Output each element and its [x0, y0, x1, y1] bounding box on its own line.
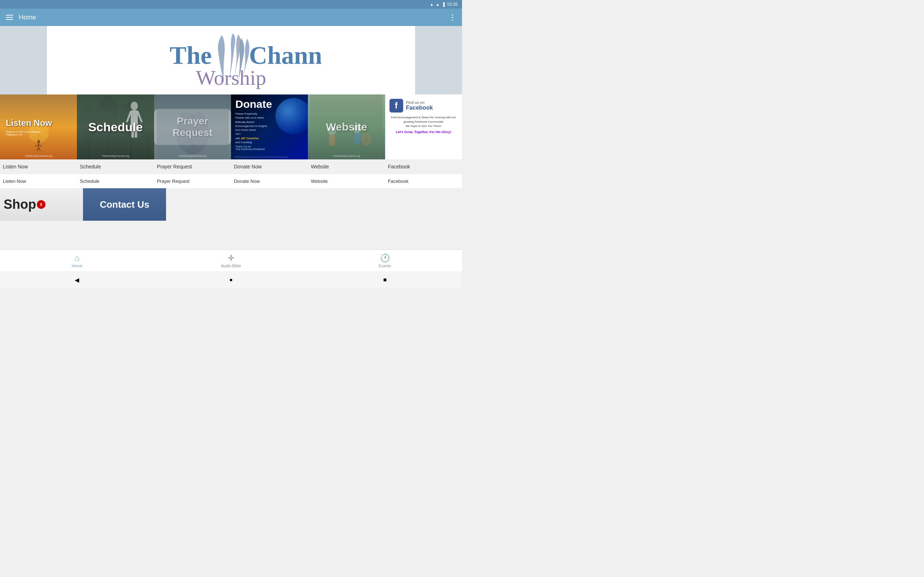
listen-now-reference: Philippians 4:4: [6, 134, 23, 136]
status-time: 10:26: [447, 2, 458, 7]
prayer-request-label: Prayer Request: [154, 160, 231, 174]
audio-bible-nav-icon: ✛: [228, 253, 234, 263]
wifi-icon: ▲: [430, 2, 433, 6]
svg-text:Channel: Channel: [249, 42, 321, 69]
donate-footer: TheWorshipChannel.org is a 501(c)(3) Non…: [234, 156, 288, 158]
facebook-desc: Find Encouragement & Share the Journey w…: [389, 115, 458, 128]
svg-rect-40: [354, 133, 360, 144]
back-button[interactable]: ◀: [73, 276, 81, 284]
donate-title: Donate: [235, 98, 272, 110]
card-listen-now[interactable]: Listen Now Rejoice in the Lord Always! P…: [0, 95, 77, 174]
svg-rect-42: [366, 129, 367, 141]
svg-text:The: The: [170, 42, 212, 69]
menu-button[interactable]: [6, 15, 13, 20]
banner-left: [0, 26, 47, 95]
svg-point-37: [328, 126, 336, 135]
website-site: TheWorshipChannel.org: [308, 155, 385, 157]
svg-rect-38: [329, 135, 335, 146]
listen-now-verse: Rejoice in the Lord Always!: [6, 130, 40, 134]
logo-area: The Channel Worship: [47, 26, 415, 95]
card-facebook[interactable]: f Find us on Facebook Find Encouragement…: [385, 95, 462, 174]
svg-point-24: [131, 102, 138, 110]
app-bar: Home ⋮: [0, 9, 462, 26]
svg-point-9: [37, 140, 40, 143]
facebook-icon: f: [389, 99, 403, 113]
listen-now-site: TheWorshipChannel.org: [0, 155, 77, 157]
card-prayer-request[interactable]: Prayer Request TheWorshipChannel.org Pra…: [154, 95, 231, 174]
shop-title: Shop: [3, 197, 36, 212]
card-shop[interactable]: Shop 8: [0, 188, 83, 221]
events-nav-icon: 🕐: [380, 253, 390, 263]
card-contact-us[interactable]: Contact Us: [83, 188, 166, 221]
label-schedule: Schedule: [77, 174, 154, 188]
status-bar: ▲ ▲ ▐ 10:26: [0, 0, 462, 9]
bottom-nav: ⌂ Home ✛ Audio Bible 🕐 Events: [0, 250, 462, 271]
logo-banner: The Channel Worship: [0, 26, 462, 95]
labels-row: Listen Now Schedule Prayer Request Donat…: [0, 174, 462, 188]
schedule-site: TheWorshipChannel.org: [77, 155, 154, 157]
nav-audio-bible[interactable]: ✛ Audio Bible: [154, 253, 308, 268]
facebook-find-text: Find us on Facebook: [406, 100, 433, 111]
battery-icon: ▐: [442, 2, 445, 6]
card-donate[interactable]: Donate Please Prayerfully Partner with u…: [231, 95, 308, 174]
signal-icon: ▲: [436, 2, 439, 6]
label-facebook: Facebook: [385, 174, 462, 188]
listen-now-label: Listen Now: [0, 160, 77, 174]
svg-line-14: [39, 148, 40, 151]
donate-label: Donate Now: [231, 160, 308, 174]
schedule-title: Schedule: [88, 120, 142, 134]
svg-text:Worship: Worship: [195, 66, 266, 89]
nav-home[interactable]: ⌂ Home: [0, 253, 154, 268]
cards-row: Listen Now Rejoice in the Lord Always! P…: [0, 95, 462, 174]
cards-row2: Shop 8 Contact Us: [0, 188, 462, 221]
donate-desc: Please Prayerfully Partner with us to sh…: [235, 112, 267, 144]
audio-bible-nav-label: Audio Bible: [221, 264, 241, 268]
listen-now-title: Listen Now: [6, 118, 52, 128]
card-website[interactable]: Website TheWorshipChannel.org Website: [308, 95, 385, 174]
card-schedule[interactable]: Schedule TheWorshipChannel.org Schedule: [77, 95, 154, 174]
home-nav-label: Home: [72, 264, 82, 268]
website-label: Website: [308, 160, 385, 174]
contact-us-title: Contact Us: [100, 199, 149, 210]
svg-line-13: [37, 148, 39, 151]
label-prayer-request: Prayer Request: [154, 174, 231, 188]
shop-badge: 8: [37, 200, 45, 209]
more-options-button[interactable]: ⋮: [449, 13, 456, 22]
prayer-request-site: TheWorshipChannel.org: [154, 155, 231, 157]
banner-right: [415, 26, 462, 95]
facebook-label: Facebook: [385, 160, 462, 174]
label-donate-now: Donate Now: [231, 174, 308, 188]
recents-button[interactable]: ■: [381, 276, 389, 284]
events-nav-label: Events: [379, 264, 391, 268]
svg-point-34: [191, 113, 208, 148]
system-nav-bar: ◀ ● ■: [0, 271, 462, 288]
facebook-cta: Let's Grow, Together, For His Glory!: [396, 130, 451, 134]
logo-svg: The Channel Worship: [141, 31, 321, 89]
home-nav-icon: ⌂: [75, 253, 79, 263]
app-title: Home: [19, 14, 449, 21]
home-button[interactable]: ●: [227, 276, 235, 284]
label-website: Website: [308, 174, 385, 188]
schedule-label: Schedule: [77, 160, 154, 174]
facebook-header: f Find us on Facebook: [389, 99, 458, 113]
label-listen-now: Listen Now: [0, 174, 77, 188]
nav-events[interactable]: 🕐 Events: [308, 253, 462, 268]
donate-thank: Thank You for Your Generous Donations!: [235, 145, 265, 150]
svg-point-39: [353, 124, 362, 133]
